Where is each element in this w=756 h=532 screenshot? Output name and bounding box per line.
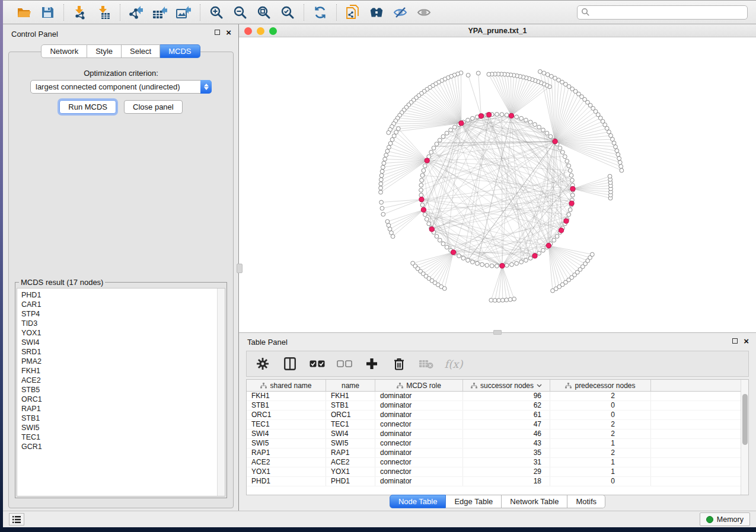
network-node[interactable] — [420, 174, 425, 178]
maximize-window-icon[interactable] — [269, 27, 277, 35]
table-row[interactable]: PHD1PHD1dominator180 — [247, 477, 748, 486]
float-table-panel-icon[interactable] — [732, 338, 738, 344]
network-node[interactable] — [423, 164, 427, 168]
network-edge[interactable] — [573, 182, 611, 189]
column-header-predecessor-nodes[interactable]: predecessor nodes — [550, 380, 651, 391]
function-builder-icon[interactable]: f(x) — [446, 356, 461, 371]
mcds-result-item[interactable]: RAP1 — [21, 404, 225, 414]
network-edge[interactable] — [502, 266, 514, 299]
save-icon[interactable] — [40, 5, 55, 20]
mcds-dominator-node[interactable] — [487, 113, 492, 117]
network-node[interactable] — [497, 299, 501, 303]
import-network-icon[interactable] — [72, 5, 88, 20]
network-node[interactable] — [533, 123, 537, 127]
column-header-shared-name[interactable]: shared name — [247, 380, 326, 391]
table-row[interactable]: RAP1RAP1dominator352 — [247, 448, 748, 458]
float-panel-icon[interactable] — [215, 30, 220, 35]
table-row[interactable]: STB1STB1dominator620 — [247, 401, 748, 411]
network-edge[interactable] — [420, 252, 453, 271]
network-node[interactable] — [379, 178, 383, 182]
network-node[interactable] — [515, 115, 519, 119]
network-node[interactable] — [548, 134, 553, 139]
network-node[interactable] — [420, 178, 424, 182]
table-row[interactable]: ACE2ACE2connector311 — [247, 458, 748, 467]
network-node[interactable] — [612, 141, 616, 145]
network-node[interactable] — [394, 130, 398, 134]
network-edge[interactable] — [436, 84, 461, 123]
network-node[interactable] — [380, 169, 384, 174]
search-input[interactable] — [590, 8, 744, 17]
column-header-MCDS-role[interactable]: MCDS role — [375, 380, 463, 391]
mcds-result-item[interactable]: YOX1 — [21, 328, 225, 338]
close-panel-icon[interactable]: × — [226, 30, 231, 35]
table-row[interactable]: TEC1TEC1connector472 — [247, 420, 748, 430]
network-node[interactable] — [570, 178, 575, 182]
network-edge[interactable] — [387, 210, 423, 222]
network-node[interactable] — [449, 128, 453, 132]
zoom-selected-icon[interactable] — [280, 5, 295, 20]
network-node[interactable] — [379, 174, 384, 178]
network-node[interactable] — [379, 190, 383, 194]
network-node[interactable] — [466, 258, 470, 262]
gear-icon[interactable] — [255, 356, 270, 371]
column-header-successor-nodes[interactable]: successor nodes — [463, 380, 550, 391]
network-edge[interactable] — [388, 210, 423, 225]
network-edge[interactable] — [391, 210, 423, 233]
minimize-window-icon[interactable] — [257, 27, 264, 35]
mcds-result-item[interactable]: ORC1 — [21, 395, 225, 404]
network-edge[interactable] — [432, 252, 453, 281]
network-node[interactable] — [590, 252, 594, 257]
network-edge[interactable] — [511, 79, 532, 116]
table-row[interactable]: YOX1YOX1connector291 — [247, 467, 748, 477]
network-edge[interactable] — [393, 210, 424, 236]
mcds-dominator-node[interactable] — [419, 197, 424, 201]
network-edge[interactable] — [573, 189, 611, 195]
mcds-result-item[interactable]: FKH1 — [21, 366, 225, 376]
network-edge[interactable] — [422, 175, 573, 189]
open-folder-icon[interactable] — [16, 5, 31, 20]
network-node[interactable] — [384, 153, 388, 157]
network-node[interactable] — [524, 118, 528, 122]
tab-network-table[interactable]: Network Table — [502, 495, 567, 508]
zoom-in-icon[interactable] — [209, 5, 224, 20]
mcds-result-item[interactable]: CAR1 — [21, 300, 225, 309]
network-node[interactable] — [519, 260, 524, 264]
network-node[interactable] — [563, 155, 567, 159]
network-node[interactable] — [419, 183, 423, 187]
mcds-result-item[interactable]: STP4 — [21, 309, 225, 319]
network-node[interactable] — [380, 206, 384, 210]
network-node[interactable] — [435, 235, 439, 239]
network-node[interactable] — [515, 261, 519, 265]
deselect-all-icon[interactable] — [337, 356, 352, 371]
network-node[interactable] — [620, 168, 624, 172]
network-edge[interactable] — [511, 83, 541, 116]
tab-mcds[interactable]: MCDS — [160, 44, 200, 58]
mcds-dominator-node[interactable] — [553, 139, 557, 144]
tab-network[interactable]: Network — [41, 44, 87, 58]
network-node[interactable] — [461, 256, 465, 260]
mcds-dominator-node[interactable] — [421, 207, 426, 212]
mcds-dominator-node[interactable] — [546, 243, 551, 248]
mcds-result-item[interactable]: ACE2 — [21, 376, 225, 385]
network-node[interactable] — [442, 287, 446, 291]
select-all-icon[interactable] — [310, 356, 325, 371]
add-row-icon[interactable] — [364, 356, 379, 371]
network-node[interactable] — [485, 264, 489, 268]
network-node[interactable] — [387, 130, 391, 134]
network-node[interactable] — [457, 254, 461, 258]
mcds-dominator-node[interactable] — [479, 114, 483, 118]
network-node[interactable] — [500, 113, 504, 117]
network-node[interactable] — [555, 235, 559, 239]
network-edge[interactable] — [495, 266, 502, 300]
network-node[interactable] — [618, 161, 622, 165]
network-node[interactable] — [466, 73, 470, 78]
network-edge[interactable] — [492, 74, 512, 116]
network-node[interactable] — [420, 203, 425, 207]
network-edge[interactable] — [548, 246, 580, 270]
mcds-dominator-node[interactable] — [509, 113, 513, 118]
network-node[interactable] — [558, 146, 562, 150]
network-node[interactable] — [524, 258, 528, 262]
network-node[interactable] — [441, 134, 445, 139]
network-node[interactable] — [379, 182, 383, 186]
column-header-name[interactable]: name — [326, 380, 375, 391]
